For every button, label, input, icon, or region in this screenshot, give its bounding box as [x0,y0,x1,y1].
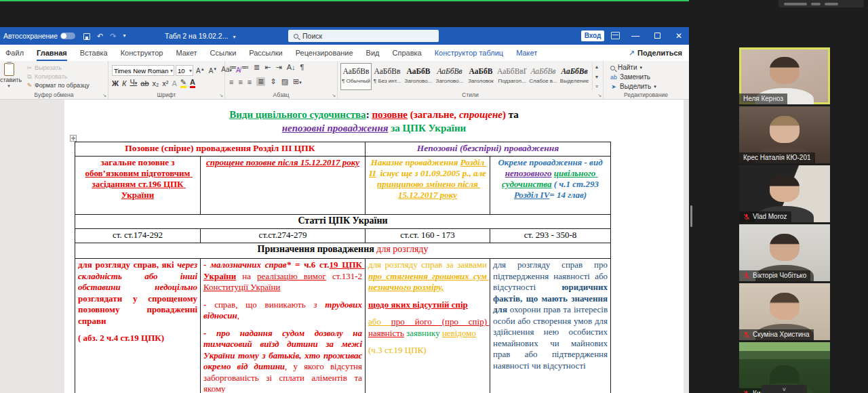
grow-font-button[interactable]: А▲ [195,64,206,77]
font-name-combobox[interactable]: Times New Roman▾ [112,65,174,76]
style-card[interactable]: АаБбВв Заголово... [434,63,465,90]
numbering-button[interactable]: ≕ [241,63,249,72]
share-view-scrollbar[interactable] [690,205,692,227]
underline-button[interactable]: Ч▾ [130,77,137,88]
undo-icon[interactable]: ↶ [97,27,103,45]
ribbon-options-icon[interactable] [611,32,620,39]
font-color-button[interactable]: А [190,79,195,88]
table-row: ст. ст.174-292 ст.ст.274-279 ст.ст. 160 … [75,229,611,243]
style-card[interactable]: АаБбВвГг Подзагол... [496,63,528,90]
tab-вставка[interactable]: Вставка [80,45,108,61]
restore-button[interactable] [647,27,667,45]
cell-nakazne: Наказне провадження Розділ II існує ще з… [366,157,490,215]
styles-down-icon[interactable]: ▼ [595,75,599,79]
save-icon[interactable] [83,33,90,40]
paste-button[interactable]: Вставить ▾ [0,63,22,89]
tab-макет[interactable]: Макет [516,45,537,61]
style-label: Заголово... [403,78,433,84]
participant-name-label: Скуміна Христина [739,329,814,340]
italic-button[interactable]: К [122,79,126,88]
align-left-button[interactable]: ≡ [229,78,233,86]
cut-button[interactable]: ✂Вырезать [26,64,90,73]
bullets-button[interactable]: ≔ [229,63,237,72]
signin-button[interactable]: Вход [581,30,604,41]
tab-рецензирование[interactable]: Рецензирование [296,45,353,61]
superscript-button[interactable]: x² [162,79,168,88]
replace-button[interactable]: abЗаменить [610,73,656,82]
participant-tile[interactable]: Крес Наталія КЮ-201 [739,106,830,163]
meeting-controls-pill[interactable] [778,0,864,7]
participant-tile[interactable]: Неля Керноз [739,47,830,104]
format-painter-button[interactable]: ✎Формат по образцу [26,81,90,90]
styles-more-icon[interactable]: ≡ [595,84,598,89]
style-card[interactable]: АаБбВ Заголово... [403,63,434,90]
select-button[interactable]: ➤Выделить▾ [610,82,656,91]
tab-справка[interactable]: Справка [393,45,422,61]
more-participants-button[interactable]: ˅ [762,385,807,393]
table-move-handle[interactable]: ✛ [70,135,77,142]
line-spacing-button[interactable]: ⇕ [270,77,276,86]
text-run: спрощене позовне після 15.12.2017 року [206,157,359,167]
mic-muted-icon [743,390,750,393]
styles-dialog-launcher[interactable]: ↘ [597,93,601,98]
decrease-indent-button[interactable]: ⇤ [264,63,271,72]
minimize-button[interactable]: — [625,27,646,45]
tab-вид[interactable]: Вид [366,45,380,61]
style-card[interactable]: АаБбВв ¶ Обычный [340,63,372,90]
bold-button[interactable]: Ж [112,79,119,88]
participant-tile[interactable]: Vlad Moroz [739,165,830,222]
cell-purpose-2: - малозначних справ* = ч.6 ст.19 ЦПК Укр… [201,259,366,393]
close-button[interactable]: ✕ [669,27,689,45]
shrink-font-button[interactable]: А▼ [208,64,219,77]
multilevel-list-button[interactable]: ≣ [254,63,260,72]
tab-файл[interactable]: Файл [5,45,24,61]
share-document-button[interactable]: ↗ Поделиться [629,45,682,61]
highlight-button[interactable]: ✎ [180,79,186,88]
style-card[interactable]: АаБбВв ¶ Без инт... [372,63,403,90]
document-title[interactable]: Табл 2 на 19.02.2... ▾ [165,27,235,46]
styles-up-icon[interactable]: ▲ [595,64,599,69]
sort-button[interactable]: А↓ [287,63,296,72]
tab-конструктор[interactable]: Конструктор [121,45,163,61]
text-run: ст. ст.174-292 [113,230,163,240]
search-box[interactable]: Поиск [288,30,439,42]
shading-button[interactable]: ▨ [281,77,288,86]
chevron-down-icon: ˅ [783,386,786,393]
style-card[interactable]: АаБбВв Выделение [559,63,590,90]
strikethrough-button[interactable]: ab [140,79,149,88]
participant-tile[interactable]: Вікторія Чобітько [739,224,830,281]
align-right-button[interactable]: ≡ [248,78,252,86]
clipboard-dialog-launcher[interactable]: ↘ [102,93,106,98]
subscript-button[interactable]: x₂ [153,79,159,88]
find-button[interactable]: Найти▾ [610,63,656,73]
tab-конструктор-таблиц[interactable]: Конструктор таблиц [435,45,503,61]
participant-name: Вікторія Чобітько [753,270,806,281]
align-center-button[interactable]: ≡ [238,78,242,86]
autosave-toggle[interactable] [60,33,75,39]
font-dialog-launcher[interactable]: ↘ [219,93,223,98]
tab-ссылки[interactable]: Ссылки [210,45,237,61]
borders-button[interactable]: ⊞▾ [293,77,302,86]
quick-access-caret-icon[interactable]: ▾ [123,27,125,45]
redo-icon[interactable]: ↷ [110,27,116,45]
text-effects-button[interactable]: А [172,79,177,88]
participant-tile[interactable]: Скуміна Христина [739,283,830,340]
justify-button[interactable]: ≣ [256,77,265,86]
increase-indent-button[interactable]: ⇥ [275,63,281,72]
font-size-combobox[interactable]: 10▾ [176,65,193,76]
table-row: для розгляду справ, які через складність… [75,259,611,393]
copy-button[interactable]: ⧉Копировать [26,73,90,81]
tab-рассылки[interactable]: Рассылки [249,45,282,61]
text-run: непозовні провадження [282,123,389,133]
paragraph-dialog-launcher[interactable]: ↘ [332,93,336,98]
tab-главная[interactable]: Главная [37,45,67,61]
tab-макет[interactable]: Макет [176,45,197,61]
style-preview: АаБбВ [466,66,496,76]
show-marks-button[interactable]: ¶ [300,63,304,72]
document-page[interactable]: Види цивільного судочинства: позовне (за… [64,100,684,393]
style-card[interactable]: АаБбВ Заголовок [465,63,496,90]
styles-scroll[interactable]: ▲ ▼ ≡ [592,63,601,90]
style-card[interactable]: АаБбВв Слабое в... [528,63,559,90]
text-run: = ч.6 ст. [291,260,329,270]
autosave-control[interactable]: Автосохранение ↶ ↷ ▾ [3,27,126,45]
